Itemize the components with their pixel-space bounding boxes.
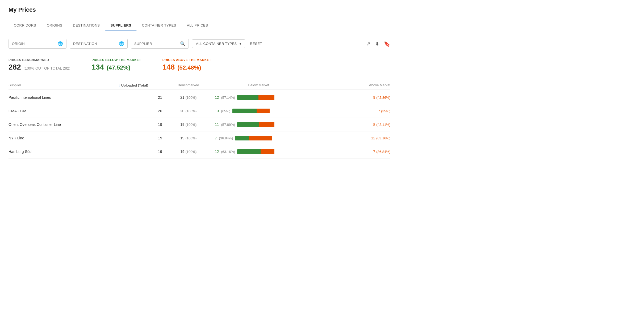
cell-uploaded-0: 21 [118,95,162,100]
bar-chart-0 [237,95,290,100]
reset-button[interactable]: RESET [248,40,264,48]
bar-chart-4 [237,149,290,154]
cell-uploaded-4: 19 [118,149,162,154]
stat-below-label: PRICES BELOW THE MARKET [91,58,141,62]
table-row: Hamburg Süd 19 19 (100%) 12 (63.16%) 7 (… [9,145,390,159]
tab-all-prices[interactable]: ALL PRICES [182,20,214,31]
origin-filter[interactable]: 🌐 [9,39,66,49]
container-types-label: ALL CONTAINER TYPES [196,42,240,46]
tab-corridors[interactable]: CORRIDORS [9,20,41,31]
bar-chart-2 [237,122,290,127]
col-header-benchmarked: Benchmarked [162,83,215,87]
cell-benchmarked-0: 21 (100%) [162,95,215,100]
cell-supplier-1: CMA CGM [9,109,118,113]
stat-below-pct: (47.52%) [107,64,130,71]
tabs-nav: CORRIDORS ORIGINS DESTINATIONS SUPPLIERS… [9,20,390,31]
tab-suppliers[interactable]: SUPPLIERS [105,20,136,31]
filters-bar: 🌐 🌐 🔍 ALL CONTAINER TYPES ▾ RESET ↗ ⬇ 🔖 [9,39,390,49]
stat-below-value: 134 [91,63,104,71]
col-header-uploaded[interactable]: ↓ Uploaded (Total) [118,83,162,87]
cell-benchmarked-3: 19 (100%) [162,136,215,140]
download-icon[interactable]: ⬇ [375,41,379,47]
cell-uploaded-3: 19 [118,136,162,140]
globe-icon: 🌐 [58,41,63,46]
bar-green-3 [235,136,249,140]
table-row: CMA CGM 20 20 (100%) 13 (65%) 7 (35%) [9,104,390,118]
bookmark-icon[interactable]: 🔖 [384,41,390,47]
cell-uploaded-2: 19 [118,122,162,127]
cell-above-1: 7 (35%) [303,109,390,113]
col-header-below: Below Market [215,83,303,87]
cell-below-4: 12 (63.16%) [215,149,303,154]
cell-supplier-0: Pacific International Lines [9,95,118,100]
cell-supplier-4: Hamburg Süd [9,149,118,154]
bar-green-1 [232,109,257,113]
stat-benchmarked-sub: (100% OUT OF TOTAL 282) [24,66,70,70]
destination-input[interactable] [73,42,118,46]
page-title: My Prices [9,6,390,13]
stat-above-value: 148 [162,63,175,71]
destination-filter[interactable]: 🌐 [70,39,128,49]
origin-input[interactable] [12,42,57,46]
sort-arrow-icon: ↓ [118,83,120,87]
bar-green-4 [237,149,261,154]
action-icons-group: ↗ ⬇ 🔖 [366,41,390,47]
cell-below-1: 13 (65%) [215,109,303,113]
stat-benchmarked-label: PRICES BENCHMARKED [9,58,70,62]
table-row: NYK Line 19 19 (100%) 7 (36.84%) 12 (63.… [9,131,390,145]
table-header-row: Supplier ↓ Uploaded (Total) Benchmarked … [9,81,390,90]
cell-benchmarked-2: 19 (100%) [162,122,215,127]
share-icon[interactable]: ↗ [366,41,371,47]
bar-orange-3 [249,136,272,140]
col-header-supplier: Supplier [9,83,118,87]
col-header-above: Above Market [303,83,390,87]
bar-green-2 [237,122,259,127]
table-body: Pacific International Lines 21 21 (100%)… [9,91,390,159]
stat-below: PRICES BELOW THE MARKET 134 (47.52%) [91,58,141,71]
cell-above-2: 8 (42.11%) [303,122,390,127]
bar-orange-4 [261,149,274,154]
bar-orange-2 [259,122,274,127]
tab-destinations[interactable]: DESTINATIONS [68,20,105,31]
cell-supplier-3: NYK Line [9,136,118,140]
supplier-filter[interactable]: 🔍 [131,39,189,49]
cell-above-0: 9 (42.86%) [303,95,390,100]
cell-below-0: 12 (57.14%) [215,95,303,100]
tab-container-types[interactable]: CONTAINER TYPES [137,20,182,31]
table-row: Orient Overseas Container Line 19 19 (10… [9,118,390,131]
stat-benchmarked: PRICES BENCHMARKED 282 (100% OUT OF TOTA… [9,58,70,71]
container-types-dropdown[interactable]: ALL CONTAINER TYPES ▾ [192,39,245,48]
cell-supplier-2: Orient Overseas Container Line [9,122,118,127]
bar-chart-1 [232,109,286,113]
stat-benchmarked-value: 282 [9,63,21,71]
chevron-down-icon: ▾ [240,42,241,46]
cell-benchmarked-1: 20 (100%) [162,109,215,113]
cell-above-4: 7 (36.84%) [303,149,390,154]
stats-section: PRICES BENCHMARKED 282 (100% OUT OF TOTA… [9,58,390,71]
cell-above-3: 12 (63.16%) [303,136,390,140]
supplier-input[interactable] [134,42,179,46]
cell-below-2: 11 (57.89%) [215,122,303,127]
stat-above: PRICES ABOVE THE MARKET 148 (52.48%) [162,58,211,71]
table-row: Pacific International Lines 21 21 (100%)… [9,91,390,104]
bar-orange-1 [257,109,270,113]
cell-below-3: 7 (36.84%) [215,136,303,140]
data-table: Supplier ↓ Uploaded (Total) Benchmarked … [9,81,390,159]
stat-above-label: PRICES ABOVE THE MARKET [162,58,211,62]
search-icon: 🔍 [180,41,185,46]
cell-benchmarked-4: 19 (100%) [162,149,215,154]
bar-orange-0 [258,95,274,100]
bar-chart-3 [235,136,288,140]
cell-uploaded-1: 20 [118,109,162,113]
stat-above-pct: (52.48%) [177,64,201,71]
bar-green-0 [237,95,258,100]
tab-origins[interactable]: ORIGINS [41,20,68,31]
globe-icon-2: 🌐 [119,41,124,46]
